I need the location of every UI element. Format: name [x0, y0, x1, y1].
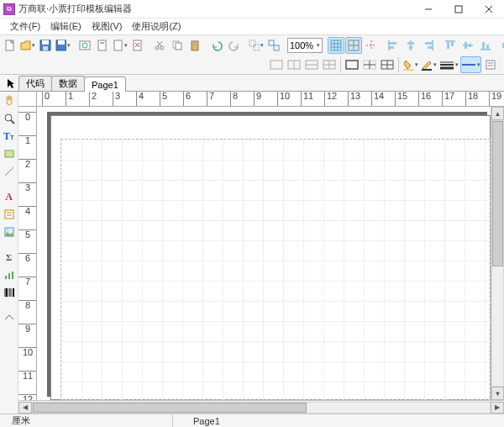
align-center-button[interactable] [402, 37, 419, 54]
scrollbar-vertical[interactable]: ▲ ▼ [491, 107, 504, 400]
scroll-down-button[interactable]: ▼ [491, 387, 504, 400]
svg-rect-77 [306, 61, 318, 69]
toolbars: ▾ ▾ ▾ ▾ 100%▾ [0, 35, 504, 75]
scroll-up-button[interactable]: ▲ [491, 107, 504, 120]
tab-code[interactable]: 代码 [18, 76, 52, 91]
menubar: 文件(F) 编辑(E) 视图(V) 使用说明(Z) [0, 18, 504, 35]
save-as-button[interactable]: ▾ [55, 37, 71, 54]
frame-inner-icon[interactable] [361, 56, 378, 73]
line-tool[interactable] [2, 164, 17, 179]
menu-view[interactable]: 视图(V) [87, 19, 128, 34]
page-setup-button[interactable] [94, 37, 111, 54]
workarea: TT A Σ 012345678910111213141516171819 01… [0, 92, 504, 414]
svg-line-2 [486, 6, 492, 13]
minimize-button[interactable] [413, 0, 444, 18]
ungroup-button[interactable] [265, 37, 282, 54]
svg-rect-83 [364, 61, 375, 69]
menu-help[interactable]: 使用说明(Z) [127, 19, 186, 34]
align-middle-button[interactable] [459, 37, 476, 54]
svg-rect-105 [5, 228, 13, 236]
maximize-button[interactable] [444, 0, 474, 18]
align-left-button[interactable] [385, 37, 402, 54]
scroll-left-button[interactable]: ◀ [18, 402, 32, 414]
undo-button[interactable] [208, 37, 225, 54]
zoom-tool[interactable] [2, 111, 17, 126]
ruler-vertical[interactable]: 0123456789101112 [18, 107, 37, 400]
scroll-thumb-v[interactable] [492, 121, 503, 266]
tab-page1[interactable]: Page1 [84, 76, 126, 92]
frame-grid-icon[interactable] [321, 56, 338, 73]
svg-line-20 [158, 41, 162, 46]
line-color-button[interactable]: ▾ [420, 56, 438, 73]
ruler-horizontal[interactable]: 012345678910111213141516171819 [37, 92, 504, 107]
page-dropdown[interactable]: ▾ [112, 37, 129, 54]
svg-rect-56 [482, 42, 485, 49]
scrollbar-horizontal[interactable]: ◀ ▶ [18, 400, 504, 414]
svg-rect-5 [40, 40, 50, 50]
redo-button[interactable] [226, 37, 243, 54]
menu-file[interactable]: 文件(F) [5, 19, 45, 34]
frame-rows-icon[interactable] [303, 56, 320, 73]
svg-rect-41 [390, 42, 396, 45]
new-button[interactable] [2, 37, 18, 54]
align-right-button[interactable] [420, 37, 437, 54]
open-button[interactable]: ▾ [19, 37, 36, 54]
expand-tool[interactable] [2, 310, 17, 325]
hand-tool[interactable] [2, 93, 17, 108]
svg-rect-4 [6, 40, 13, 50]
image-tool[interactable] [2, 224, 17, 240]
scroll-right-button[interactable]: ▶ [491, 402, 504, 414]
group-button[interactable]: ▾ [248, 37, 265, 54]
svg-point-19 [160, 46, 164, 50]
distribute-h-button[interactable] [499, 37, 504, 54]
status-page: Page1 [186, 414, 227, 427]
frame-all-icon[interactable] [379, 56, 396, 73]
fill-color-button[interactable]: ▾ [402, 56, 419, 73]
barcode-tool[interactable] [2, 285, 17, 300]
frame-outer-icon[interactable] [344, 56, 360, 73]
snap-toggle[interactable] [345, 37, 362, 54]
svg-rect-95 [486, 61, 495, 69]
toolbar-row-1: ▾ ▾ ▾ ▾ 100%▾ [0, 35, 504, 55]
svg-rect-53 [465, 42, 467, 49]
align-bottom-button[interactable] [477, 37, 494, 54]
svg-rect-25 [193, 40, 197, 43]
svg-rect-51 [451, 42, 454, 46]
chart-tool[interactable] [2, 267, 17, 282]
svg-point-106 [7, 229, 8, 231]
copy-button[interactable] [169, 37, 186, 54]
menu-edit[interactable]: 编辑(E) [45, 19, 87, 34]
preview-button[interactable] [76, 37, 93, 54]
save-button[interactable] [37, 37, 54, 54]
svg-rect-90 [422, 69, 432, 71]
canvas[interactable] [37, 107, 491, 400]
rect-tool[interactable] [2, 146, 17, 161]
paste-button[interactable] [186, 37, 203, 54]
svg-rect-79 [323, 61, 335, 69]
line-style-button[interactable]: ▾ [438, 56, 459, 73]
svg-line-99 [11, 120, 14, 124]
svg-rect-48 [428, 46, 432, 49]
svg-rect-82 [346, 61, 358, 69]
align-top-button[interactable] [442, 37, 459, 54]
frame-none-icon[interactable] [268, 56, 285, 73]
pointer-tool[interactable] [3, 76, 18, 91]
line-weight-button[interactable]: ▾ [460, 56, 481, 73]
text-tool[interactable]: TT [2, 129, 17, 144]
delete-page-button[interactable] [129, 37, 146, 54]
scroll-thumb-h[interactable] [33, 403, 307, 413]
sum-tool[interactable]: Σ [2, 250, 17, 265]
settings-button[interactable] [482, 56, 499, 73]
svg-rect-24 [192, 41, 198, 50]
cut-button[interactable] [151, 37, 168, 54]
frame-cols-icon[interactable] [286, 56, 302, 73]
svg-rect-50 [447, 42, 449, 49]
memo-tool[interactable] [2, 207, 17, 222]
guides-toggle[interactable] [363, 37, 380, 54]
label-tool[interactable]: A [2, 189, 17, 204]
close-button[interactable] [474, 0, 504, 18]
zoom-combo[interactable]: 100%▾ [287, 38, 323, 53]
svg-rect-23 [176, 43, 181, 50]
grid-toggle[interactable] [328, 37, 344, 54]
tab-data[interactable]: 数据 [51, 76, 85, 91]
